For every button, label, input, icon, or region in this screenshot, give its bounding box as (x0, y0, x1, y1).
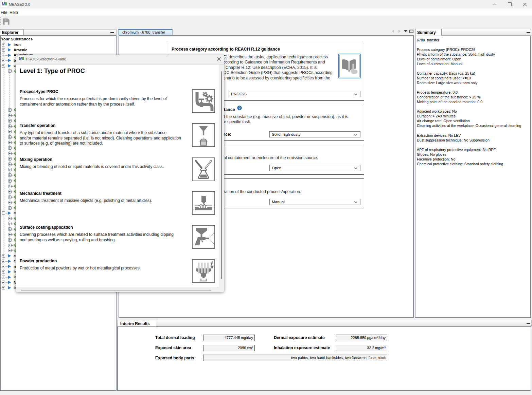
svg-text:?: ? (238, 106, 241, 110)
